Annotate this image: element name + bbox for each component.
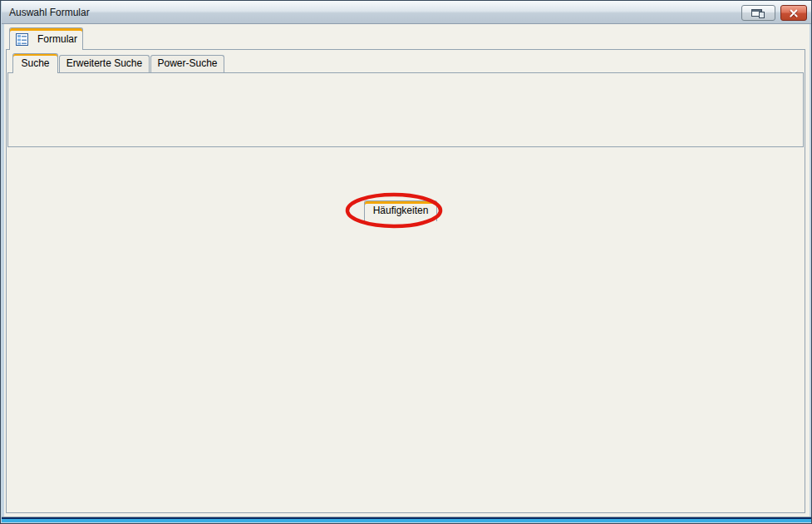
window-title: Auswahl Formular <box>9 7 90 18</box>
close-button[interactable] <box>780 5 807 21</box>
tab-formular[interactable]: Formular <box>9 27 83 50</box>
search-tab-erweiterte-suche[interactable]: Erweiterte Suche <box>59 55 150 72</box>
window-bottom-frame <box>2 517 812 522</box>
tab-formular-label: Formular <box>37 33 77 45</box>
search-tab-suche[interactable]: Suche <box>12 53 58 73</box>
search-pane <box>7 72 804 147</box>
search-tab-power-suche[interactable]: Power-Suche <box>150 55 224 72</box>
titlebar: Auswahl Formular <box>2 1 812 24</box>
restore-icon <box>751 9 762 17</box>
form-icon <box>16 33 28 46</box>
close-icon <box>789 8 799 18</box>
restore-button[interactable] <box>741 5 775 21</box>
detail-tab-häufigkeiten[interactable]: Häufigkeiten <box>364 200 437 221</box>
dialog-window: Auswahl Formular Formular SucheErweitert… <box>0 0 812 524</box>
